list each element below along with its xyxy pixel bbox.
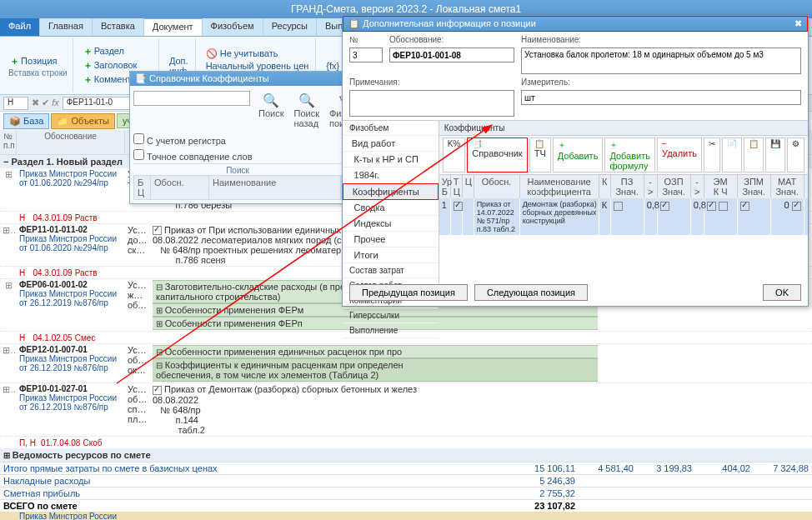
lbl-prim: Примечания: [349, 78, 514, 87]
btn-ok[interactable]: OK [763, 284, 801, 301]
lbl-obosn: Обоснование: [389, 35, 514, 44]
tab-main[interactable]: Главная [40, 18, 93, 36]
dialog-left-nav: Физобъем Вид работ К-ты к НР и СП 1984г.… [343, 121, 439, 287]
tab-phys[interactable]: Физобъем [203, 18, 263, 36]
ref-search-input[interactable] [133, 91, 250, 106]
fld-obosn[interactable] [389, 48, 514, 62]
tb-gear-icon[interactable]: ⚙ [787, 138, 804, 172]
btn-baza[interactable]: 📦 База [3, 113, 49, 129]
fld-no[interactable] [349, 48, 383, 62]
ref-chk-reg[interactable]: С учетом регистра [133, 136, 226, 146]
gh-npp: № п.п [0, 130, 17, 154]
tb-kperc[interactable]: K% [443, 138, 466, 172]
position-info-dialog: 📋 Дополнительная информация о позиции ✖ … [342, 15, 809, 307]
ref-poisk-label: Поиск [133, 163, 342, 175]
nav-zatr[interactable]: Состав затрат [343, 263, 439, 278]
nav-1984[interactable]: 1984г. [343, 168, 439, 183]
fld-prim[interactable] [349, 90, 514, 117]
nav-other[interactable]: Прочее [343, 232, 439, 248]
grid-row[interactable]: ⊞ 7 ФЕР10-01-027-01Приказ Минстроя Росси… [0, 383, 812, 437]
ref-search-btn[interactable]: 🔍Поиск [255, 91, 287, 130]
ref-back-btn[interactable]: 🔍Поиск назад [290, 91, 322, 130]
nav-vid[interactable]: Вид работ [343, 136, 439, 152]
btn-neuch[interactable]: 🚫 Не учитывать [204, 48, 311, 60]
btn-razdel[interactable]: Раздел [82, 44, 153, 58]
fld-izm[interactable] [521, 90, 801, 105]
nav-hyper[interactable]: Гиперссылки [343, 308, 439, 323]
gh-obosn: Обоснование [17, 130, 125, 154]
ref-chk-exact[interactable]: Точное совпадение слов [133, 152, 253, 162]
fx-h: H [3, 97, 28, 110]
tb-copy-icon[interactable]: 📄 [722, 138, 742, 172]
btn-position[interactable]: Позиция [8, 54, 68, 68]
btn-level[interactable]: Начальный уровень цен [204, 60, 311, 72]
nav-index[interactable]: Индексы [343, 216, 439, 232]
ved-header[interactable]: ⊞ Ведомость ресурсов по смете [0, 448, 812, 462]
btn-prev-pos[interactable]: Предыдущая позиция [349, 284, 468, 301]
tb-del[interactable]: − Удалить [657, 138, 702, 172]
dlg-coef-row[interactable]: 1 Приказ от 14.07.2022 № 571/пр п.83 таб… [439, 198, 808, 235]
nav-phys[interactable]: Физобъем [343, 121, 439, 136]
tb-add[interactable]: ＋ Добавить [553, 138, 604, 172]
nav-kty[interactable]: К-ты к НР и СП [343, 152, 439, 168]
grid-row[interactable]: ⊞ 6 ФЕР12-01-007-01Приказ Минстроя Росси… [0, 344, 812, 383]
tab-insert[interactable]: Вставка [93, 18, 144, 36]
lbl-izm: Измеритель: [521, 78, 801, 87]
tab-res[interactable]: Ресурсы [263, 18, 317, 36]
ref-title: 📑 Справочник Коэффициенты [130, 72, 345, 86]
nav-coef[interactable]: Коэффициенты [343, 183, 439, 200]
tb-save-icon[interactable]: 💾 [765, 138, 785, 172]
lbl-no: № [349, 35, 383, 44]
dialog-close[interactable]: ✖ [794, 18, 802, 29]
tab-document[interactable]: Документ [144, 18, 203, 36]
tb-cut-icon[interactable]: ✂ [704, 138, 720, 172]
btn-next-pos[interactable]: Следующая позиция [474, 284, 588, 301]
nav-vyp[interactable]: Выполнение [343, 323, 439, 338]
insert-row-label: Вставка строки [8, 68, 68, 78]
nav-itogi[interactable]: Итоги [343, 248, 439, 263]
tb-spr[interactable]: 📑 Справочник [467, 138, 528, 172]
fld-naim[interactable]: Установка балок пролетом: 18 м одинарных… [521, 48, 801, 74]
dlg-right-title: Коэффициенты [439, 121, 808, 136]
tb-tch[interactable]: 📋 ТЧ [529, 138, 551, 172]
tb-addf[interactable]: ＋ Добавить формулу [604, 138, 655, 172]
reference-popup: 📑 Справочник Коэффициенты 🔍Поиск 🔍Поиск … [129, 71, 346, 204]
tab-file[interactable]: Файл [0, 18, 40, 36]
totals-panel: ⊞ Ведомость ресурсов по смете Итого прям… [0, 448, 812, 512]
nav-svodka[interactable]: Сводка [343, 200, 439, 216]
tb-paste-icon[interactable]: 📋 [744, 138, 764, 172]
btn-objects[interactable]: 📁 Объекты [51, 113, 114, 129]
dialog-title: 📋 Дополнительная информация о позиции ✖ [343, 16, 808, 32]
lbl-naim: Наименование: [521, 35, 801, 44]
